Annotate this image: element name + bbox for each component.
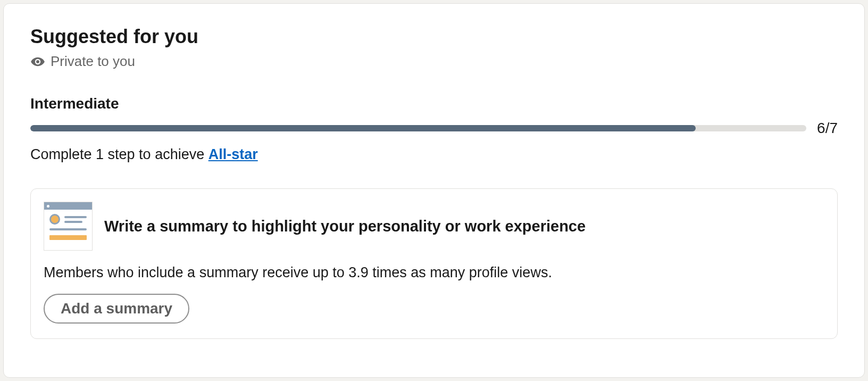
suggestion-title: Write a summary to highlight your person…: [104, 218, 586, 235]
section-title: Suggested for you: [30, 25, 838, 48]
suggestion-header: Write a summary to highlight your person…: [44, 202, 824, 251]
suggestion-card: Write a summary to highlight your person…: [30, 188, 838, 339]
progress-fill: [30, 125, 696, 131]
progress-step-prefix: Complete 1 step to achieve: [30, 146, 208, 162]
suggested-for-you-card: Suggested for you Private to you Interme…: [3, 3, 865, 378]
privacy-row: Private to you: [30, 53, 838, 70]
add-summary-button[interactable]: Add a summary: [44, 294, 189, 324]
progress-level-label: Intermediate: [30, 95, 838, 112]
all-star-link[interactable]: All-star: [208, 146, 258, 162]
privacy-label: Private to you: [51, 53, 135, 70]
profile-summary-icon: [44, 202, 93, 251]
eye-icon: [30, 54, 45, 69]
progress-count: 6/7: [817, 120, 838, 137]
suggestion-description: Members who include a summary receive up…: [44, 264, 824, 281]
progress-row: 6/7: [30, 120, 838, 137]
progress-track: [30, 125, 806, 131]
progress-step-text: Complete 1 step to achieve All-star: [30, 146, 838, 163]
